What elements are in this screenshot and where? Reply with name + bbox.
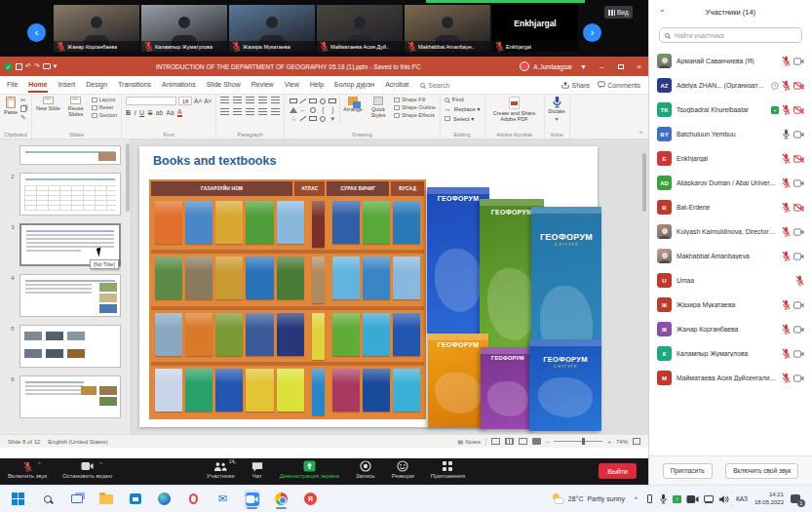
participant-row[interactable]: ММайматаева Асия Дуйсенгалиевна (649, 366, 812, 390)
indent-increase-button[interactable] (258, 97, 267, 104)
taskbar-app-store[interactable] (127, 490, 143, 509)
taskbar-app-file-explorer[interactable] (97, 490, 114, 509)
slideshow-icon[interactable] (532, 438, 541, 445)
control-participants[interactable]: 14^Участники (207, 460, 235, 479)
redo-icon[interactable]: ↷ (34, 62, 40, 70)
underline-button[interactable]: U (139, 109, 144, 116)
view-button[interactable]: Вид (604, 6, 633, 19)
fit-slide-icon[interactable] (633, 438, 640, 445)
video-tile[interactable]: Жанар Корганбаева (54, 5, 139, 52)
reading-view-icon[interactable] (519, 438, 527, 445)
justify-button[interactable] (258, 108, 267, 116)
tray-camera-icon[interactable] (686, 494, 699, 504)
leave-button[interactable]: Выйти (599, 463, 637, 479)
language-switcher[interactable]: КАЗ (736, 495, 748, 502)
taskbar-app-opera[interactable] (185, 490, 202, 509)
participant-row[interactable]: ЖЖазира Мукатаева (649, 293, 812, 317)
video-tile[interactable]: Жазира Мукатаева (229, 5, 315, 52)
section-button[interactable]: Section (92, 112, 117, 118)
copy-button[interactable] (20, 105, 26, 112)
language-indicator[interactable]: English (United States) (48, 439, 107, 445)
participant-row[interactable]: AZAdelya ZHAN... (Организатор) (649, 73, 812, 98)
control-record[interactable]: Запись (356, 460, 375, 479)
tray-microphone-icon[interactable] (659, 493, 668, 504)
taskbar-app-search[interactable] (39, 490, 56, 509)
italic-button[interactable]: I (135, 109, 136, 116)
control-apps[interactable]: Приложения (431, 460, 465, 479)
indent-decrease-button[interactable] (246, 97, 254, 104)
reset-button[interactable]: Reset (92, 104, 117, 110)
participant-row[interactable]: ЖЖанар Корганбаева (649, 317, 812, 341)
participant-row[interactable]: Арманай Саванчиева (Я) (649, 49, 812, 73)
taskbar-app-chrome[interactable] (273, 490, 290, 509)
align-center-button[interactable] (233, 108, 242, 116)
participant-search[interactable] (659, 27, 802, 43)
participant-row[interactable]: Makhabbat Amanbayeva (649, 244, 812, 268)
undo-icon[interactable]: ↶ (25, 62, 31, 70)
previous-participants-button[interactable]: ‹ (27, 23, 46, 42)
control-camera[interactable]: ^Остановить видео (62, 460, 112, 479)
taskbar-app-start[interactable] (10, 490, 26, 509)
taskbar-app-task-view[interactable] (68, 490, 85, 509)
collapse-ribbon-icon[interactable]: ^ (634, 130, 648, 138)
control-share-screen[interactable]: Демонстрация экрана (280, 460, 339, 479)
font-color-button[interactable]: A (177, 108, 182, 117)
dictate-button[interactable]: Dictate (549, 108, 565, 114)
tab-болор-дурэн[interactable]: Болор дурэн (334, 78, 374, 93)
tray-screen-share-icon[interactable]: ↑ (673, 495, 681, 503)
participant-row[interactable]: TKTsogbadral Khurelbaatar+ (649, 98, 812, 122)
slide-canvas[interactable]: Books and textbooks ГАЗАРЗҮЙН НОМАТЛАССУ… (139, 146, 598, 427)
slide-thumbnail[interactable] (6, 145, 121, 165)
next-participants-button[interactable]: › (583, 23, 601, 42)
tab-home[interactable]: Home (28, 78, 47, 93)
video-tile[interactable]: Makhabbat Amanbaye.. (405, 5, 490, 52)
create-pdf-button[interactable]: Create and Share Adobe PDF (489, 110, 540, 122)
participant-row[interactable]: ККалампыр Жумагулова (649, 341, 812, 366)
shape-fill-button[interactable]: Shape Fill (394, 97, 436, 102)
control-reactions[interactable]: Реакции (392, 460, 414, 479)
strikethrough-button[interactable]: S (148, 109, 153, 116)
search-input[interactable] (673, 31, 796, 40)
bullets-button[interactable] (220, 97, 229, 104)
tray-hidden-icons-icon[interactable]: ^ (632, 495, 640, 502)
arrange-button[interactable]: Arrange (343, 97, 363, 112)
change-case-icon[interactable]: Aa (167, 109, 174, 116)
chevron-up-icon[interactable]: ^ (234, 461, 237, 467)
tab-animations[interactable]: Animations (162, 78, 196, 93)
tab-slide-show[interactable]: Slide Show (207, 78, 241, 93)
participant-row[interactable]: UUmaa (649, 268, 812, 293)
video-tile[interactable]: Калампыр Жумагулова (141, 5, 227, 52)
slide-thumbnail-2[interactable]: 2 (6, 173, 121, 216)
collapse-panel-icon[interactable]: ⌄ (659, 5, 666, 14)
bold-button[interactable]: B (126, 109, 131, 116)
participant-row[interactable]: ADAliaskarov Duman / Abai University (649, 171, 812, 195)
taskbar-app-yandex[interactable]: Я (302, 490, 319, 509)
participant-row[interactable]: BYBatchuluun Yembuu (649, 122, 812, 146)
paste-button[interactable]: Paste (4, 97, 18, 115)
slide-scrollbar[interactable] (642, 153, 646, 212)
minimize-button[interactable]: – (595, 58, 609, 75)
video-tile[interactable]: Майматаева Асия Дуй.. (317, 5, 403, 52)
find-button[interactable]: Find (445, 97, 464, 102)
tray-volume-icon[interactable] (718, 494, 729, 504)
normal-view-icon[interactable] (491, 438, 500, 445)
slide-thumbnail-5[interactable]: 5 (6, 325, 121, 368)
zoom-slider[interactable] (554, 441, 602, 442)
character-spacing-icon[interactable]: ab (156, 109, 163, 116)
participant-row[interactable]: Kulyash Kaimuldinova, Director of ... (649, 219, 812, 244)
slide-thumbnail-4[interactable]: 4 (6, 274, 121, 317)
taskbar-clock[interactable]: 14:21 18.05.2022 (754, 492, 784, 507)
close-button[interactable]: × (632, 58, 646, 75)
comments-button[interactable]: Comments (598, 81, 640, 90)
zoom-percentage[interactable]: 74% (616, 439, 628, 445)
tab-insert[interactable]: Insert (58, 78, 76, 93)
tab-review[interactable]: Review (251, 78, 274, 93)
align-right-button[interactable] (246, 108, 254, 116)
video-tile[interactable]: EnkhjargalEnkhjargal (492, 5, 578, 52)
reuse-slides-button[interactable]: Reuse Slides (63, 97, 89, 117)
line-spacing-button[interactable] (271, 97, 280, 104)
share-button[interactable]: Share (561, 81, 590, 90)
taskbar-app-mail[interactable]: ✉ (214, 490, 231, 509)
save-icon[interactable] (16, 63, 22, 70)
control-mic-muted[interactable]: ^Включить звук (8, 460, 47, 479)
